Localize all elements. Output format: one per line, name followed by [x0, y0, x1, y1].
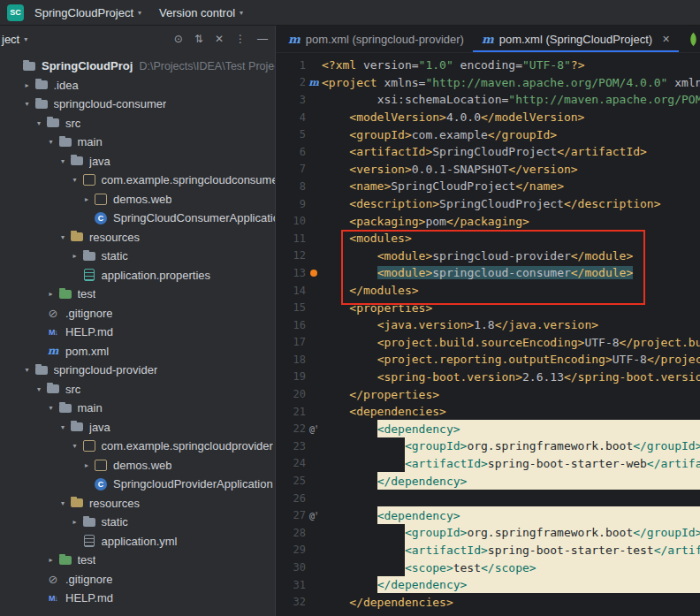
code-line-6[interactable]: 6 <artifactId>SpringCloudProject</artifa… — [276, 143, 700, 161]
tree-item-main[interactable]: ▾main — [0, 399, 275, 418]
code-line-2[interactable]: 2m<project xmlns="http://maven.apache.or… — [276, 74, 700, 92]
tree-item-java[interactable]: ▾java — [0, 418, 275, 437]
tree-item-java[interactable]: ▾java — [0, 152, 275, 171]
tree-item-help.md[interactable]: HELP.md — [0, 589, 275, 608]
tree-item-com.example.springcloudprovider[interactable]: ▾com.example.springcloudprovider — [0, 437, 275, 456]
tab-pom-springcloud-provider[interactable]: m pom.xml (springcloud-provider) — [279, 26, 473, 52]
code-line-24[interactable]: 24 <artifactId>spring-boot-starter-web</… — [276, 455, 700, 473]
code-line-31[interactable]: 31 </dependency> — [276, 576, 700, 594]
expand-all-icon[interactable]: ⇅ — [194, 33, 203, 45]
tree-item-.gitignore[interactable]: .gitignore — [0, 570, 275, 589]
tab-pom-springcloudproject[interactable]: m pom.xml (SpringCloudProject) ✕ — [473, 26, 679, 52]
project-view-dropdown[interactable]: ject ▾ — [2, 33, 27, 46]
chevron-open-icon[interactable]: ▾ — [57, 157, 69, 165]
chevron-closed-icon[interactable]: ▸ — [45, 556, 57, 564]
chevron-open-icon[interactable]: ▾ — [33, 119, 45, 127]
code-line-23[interactable]: 23 <groupId>org.springframework.boot</gr… — [276, 437, 700, 455]
tree-item-application.properties[interactable]: application.properties — [0, 266, 275, 285]
code-line-28[interactable]: 28 <groupId>org.springframework.boot</gr… — [276, 524, 700, 542]
code-line-15[interactable]: 15 <properties> — [276, 299, 700, 316]
tree-item-test[interactable]: ▸test — [0, 551, 275, 570]
code-line-7[interactable]: 7 <version>0.0.1-SNAPSHOT</version> — [276, 161, 700, 179]
tree-item-demos.web[interactable]: ▸demos.web — [0, 190, 275, 209]
module-icon — [34, 363, 49, 377]
tree-item-main[interactable]: ▾main — [0, 133, 275, 152]
chevron-closed-icon[interactable]: ▸ — [80, 461, 93, 469]
code-line-32[interactable]: 32 </dependencies> — [276, 593, 700, 611]
code-line-25[interactable]: 25 </dependency> — [276, 472, 700, 490]
dependency-gutter-icon[interactable]: @ — [306, 423, 322, 434]
chevron-open-icon[interactable]: ▾ — [33, 385, 45, 393]
code-line-11[interactable]: 11 <modules> — [276, 230, 700, 247]
code-line-20[interactable]: 20 </properties> — [276, 385, 700, 403]
code-line-27[interactable]: 27@ <dependency> — [276, 506, 700, 524]
tab-partial-spring-file[interactable] — [681, 26, 700, 52]
code-line-30[interactable]: 30 <scope>test</scope> — [276, 559, 700, 576]
code-line-19[interactable]: 19 <spring-boot.version>2.6.13</spring-b… — [276, 369, 700, 386]
code-line-8[interactable]: 8 <name>SpringCloudProject</name> — [276, 178, 700, 195]
tree-item-resources[interactable]: ▾resources — [0, 228, 275, 247]
tree-item-static[interactable]: ▸static — [0, 513, 275, 532]
tree-item-springcloud-consumer[interactable]: ▾springcloud-consumer — [0, 95, 275, 114]
tree-item-springcloudproviderapplication[interactable]: SpringcloudProviderApplication — [0, 475, 275, 494]
folder-icon — [45, 382, 61, 396]
chevron-closed-icon[interactable]: ▸ — [69, 518, 81, 526]
code-line-3[interactable]: 3 xsi:schemaLocation="http://maven.apach… — [276, 91, 700, 109]
tree-item-pom.xml[interactable]: pom.xml — [0, 342, 275, 361]
tree-item-src[interactable]: ▾src — [0, 114, 275, 133]
collapse-all-icon[interactable]: ✕ — [215, 33, 224, 45]
chevron-closed-icon[interactable]: ▸ — [80, 195, 93, 203]
code-line-22[interactable]: 22@ <dependency> — [276, 420, 700, 437]
close-tab-icon[interactable]: ✕ — [662, 34, 670, 45]
code-line-9[interactable]: 9 <description>SpringCloudProject</descr… — [276, 195, 700, 213]
dependency-gutter-icon[interactable]: @ — [306, 510, 322, 521]
code-line-16[interactable]: 16 <java.version>1.8</java.version> — [276, 316, 700, 334]
code-line-21[interactable]: 21 <dependencies> — [276, 403, 700, 421]
code-line-17[interactable]: 17 <project.build.sourceEncoding>UTF-8</… — [276, 334, 700, 352]
tree-item-springcloudconsumerapplication[interactable]: SpringCloudConsumerApplication — [0, 209, 275, 228]
tree-item-springcloud-provider[interactable]: ▾springcloud-provider — [0, 361, 275, 380]
select-opened-file-icon[interactable]: ⊙ — [174, 33, 183, 45]
code-line-29[interactable]: 29 <artifactId>spring-boot-starter-test<… — [276, 542, 700, 559]
code-line-14[interactable]: 14 </modules> — [276, 282, 700, 300]
line-number: 3 — [276, 94, 306, 106]
chevron-open-icon[interactable]: ▾ — [57, 233, 69, 241]
chevron-open-icon[interactable]: ▾ — [57, 499, 69, 507]
project-selector-button[interactable]: SpringCloudProject ▾ — [27, 4, 148, 22]
chevron-open-icon[interactable]: ▾ — [45, 138, 57, 146]
code-line-12[interactable]: 12 <module>springcloud-provider</module> — [276, 247, 700, 265]
tree-item-application.yml[interactable]: application.yml — [0, 532, 275, 551]
bookmark-gutter-icon[interactable] — [306, 270, 322, 277]
hide-panel-icon[interactable]: — — [257, 33, 268, 45]
tree-item-help.md[interactable]: HELP.md — [0, 323, 275, 342]
chevron-open-icon[interactable]: ▾ — [21, 366, 34, 374]
code-line-26[interactable]: 26 — [276, 490, 700, 507]
chevron-open-icon[interactable]: ▾ — [45, 404, 57, 412]
code-line-4[interactable]: 4 <modelVersion>4.0.0</modelVersion> — [276, 109, 700, 126]
tree-item-com.example.springcloudconsumer[interactable]: ▾com.example.springcloudconsumer — [0, 171, 275, 190]
code-line-1[interactable]: 1<?xml version="1.0" encoding="UTF-8"?> — [276, 57, 700, 74]
more-options-icon[interactable]: ⋮ — [235, 33, 246, 45]
code-line-10[interactable]: 10 <packaging>pom</packaging> — [276, 212, 700, 230]
tree-item-demos.web[interactable]: ▸demos.web — [0, 456, 275, 475]
tree-item-springcloudproject[interactable]: SpringCloudProjectD:\Projects\IDEA\Test … — [0, 57, 275, 76]
version-control-button[interactable]: Version control ▾ — [152, 4, 250, 22]
code-line-13[interactable]: 13 <module>springcloud-consumer</module> — [276, 264, 700, 282]
tree-item-static[interactable]: ▸static — [0, 247, 275, 266]
tree-item-.idea[interactable]: ▸.idea — [0, 76, 275, 95]
chevron-closed-icon[interactable]: ▸ — [45, 290, 57, 298]
maven-gutter-icon[interactable]: m — [306, 77, 322, 88]
chevron-closed-icon[interactable]: ▸ — [21, 81, 34, 89]
tree-item-src[interactable]: ▾src — [0, 380, 275, 399]
code-editor[interactable]: 1<?xml version="1.0" encoding="UTF-8"?>2… — [276, 53, 700, 616]
chevron-open-icon[interactable]: ▾ — [69, 442, 81, 450]
chevron-open-icon[interactable]: ▾ — [69, 176, 81, 184]
tree-item-test[interactable]: ▸test — [0, 285, 275, 304]
chevron-open-icon[interactable]: ▾ — [21, 100, 34, 108]
code-line-18[interactable]: 18 <project.reporting.outputEncoding>UTF… — [276, 351, 700, 369]
chevron-closed-icon[interactable]: ▸ — [69, 252, 81, 260]
chevron-open-icon[interactable]: ▾ — [57, 423, 69, 431]
tree-item-.gitignore[interactable]: .gitignore — [0, 304, 275, 323]
tree-item-resources[interactable]: ▾resources — [0, 494, 275, 513]
code-line-5[interactable]: 5 <groupId>com.example</groupId> — [276, 125, 700, 143]
